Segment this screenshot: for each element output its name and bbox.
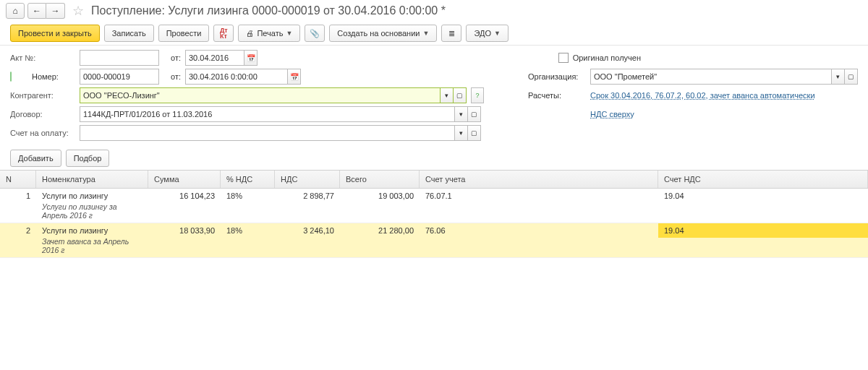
- chevron-down-icon: ▼: [494, 30, 501, 37]
- act-number-input[interactable]: [80, 50, 159, 66]
- act-label: Акт №:: [10, 53, 75, 62]
- calendar-icon[interactable]: [288, 69, 301, 85]
- edo-button[interactable]: ЭДО▼: [466, 25, 508, 42]
- dropdown-button[interactable]: ▾: [455, 106, 468, 122]
- act-from-label: от:: [163, 53, 181, 62]
- org-label: Организация:: [528, 72, 586, 81]
- printer-icon: [246, 29, 254, 38]
- post-close-button[interactable]: Провести и закрыть: [10, 25, 100, 42]
- home-button[interactable]: ⌂: [6, 3, 25, 19]
- open-button[interactable]: ▢: [468, 125, 481, 141]
- doc-icon: [10, 72, 12, 82]
- invoice-label: Счет на оплату:: [10, 129, 75, 137]
- contract-label: Договор:: [10, 110, 75, 119]
- favorite-icon[interactable]: ☆: [72, 3, 84, 19]
- dropdown-button[interactable]: ▾: [832, 69, 845, 85]
- col-total[interactable]: Всего: [340, 171, 420, 188]
- post-button[interactable]: Провести: [158, 25, 210, 42]
- dropdown-button[interactable]: ▾: [441, 87, 454, 103]
- chevron-down-icon: ▼: [422, 30, 429, 37]
- invoice-input[interactable]: [80, 125, 455, 141]
- dropdown-button[interactable]: ▾: [455, 125, 468, 141]
- dtkt-button[interactable]: ДтКт: [213, 25, 234, 42]
- col-n[interactable]: N: [0, 171, 36, 188]
- dtkt-icon: ДтКт: [220, 27, 228, 39]
- items-grid: N Номенклатура Сумма % НДС НДС Всего Сче…: [0, 170, 868, 258]
- original-checkbox[interactable]: [558, 53, 569, 63]
- num-from-label: от:: [163, 72, 181, 81]
- contract-input[interactable]: 1144КД-ПРТ/01/2016 от 11.03.2016: [80, 106, 455, 122]
- table-row[interactable]: 2 Услуги по лизингуЗачет аванса за Апрел…: [0, 223, 868, 258]
- col-vatpct[interactable]: % НДС: [221, 171, 275, 188]
- settlements-label: Расчеты:: [528, 91, 586, 100]
- write-button[interactable]: Записать: [104, 25, 154, 42]
- window-title: Поступление: Услуги лизинга 0000-000019 …: [91, 4, 446, 17]
- table-row[interactable]: 1 Услуги по лизингуУслуги по лизингу за …: [0, 189, 868, 223]
- col-vatacc[interactable]: Счет НДС: [658, 171, 868, 188]
- add-button[interactable]: Добавить: [10, 150, 61, 167]
- datetime-input[interactable]: 30.04.2016 0:00:00: [185, 69, 288, 85]
- original-label: Оригинал получен: [573, 53, 641, 62]
- act-date-input[interactable]: 30.04.2016: [185, 50, 244, 66]
- settlements-link[interactable]: Срок 30.04.2016, 76.07.2, 60.02, зачет а…: [590, 91, 858, 100]
- forward-button[interactable]: →: [46, 3, 65, 19]
- clip-icon: [310, 29, 320, 38]
- open-button[interactable]: ▢: [845, 69, 858, 85]
- list-icon: [448, 29, 455, 38]
- print-button[interactable]: Печать▼: [238, 25, 300, 42]
- open-button[interactable]: ▢: [468, 106, 481, 122]
- calendar-icon[interactable]: [244, 50, 258, 66]
- counterparty-label: Контрагент:: [10, 91, 75, 100]
- number-input[interactable]: 0000-000019: [80, 69, 159, 85]
- col-vat[interactable]: НДС: [275, 171, 340, 188]
- org-input[interactable]: ООО "Прометей": [590, 69, 832, 85]
- create-based-button[interactable]: Создать на основании▼: [329, 25, 437, 42]
- col-sum[interactable]: Сумма: [148, 171, 221, 188]
- chevron-down-icon: ▼: [286, 30, 292, 37]
- back-button[interactable]: ←: [27, 3, 46, 19]
- open-button[interactable]: ▢: [454, 87, 467, 103]
- counterparty-input[interactable]: ООО "РЕСО-Лизинг": [80, 87, 441, 103]
- attach-button[interactable]: [305, 25, 325, 42]
- structure-button[interactable]: [441, 25, 461, 42]
- pick-button[interactable]: Подбор: [66, 150, 110, 167]
- help-button[interactable]: ?: [471, 87, 484, 103]
- vat-link[interactable]: НДС сверху: [590, 110, 858, 119]
- col-nom[interactable]: Номенклатура: [36, 171, 148, 188]
- number-label: Номер:: [32, 72, 75, 81]
- col-acc[interactable]: Счет учета: [420, 171, 658, 188]
